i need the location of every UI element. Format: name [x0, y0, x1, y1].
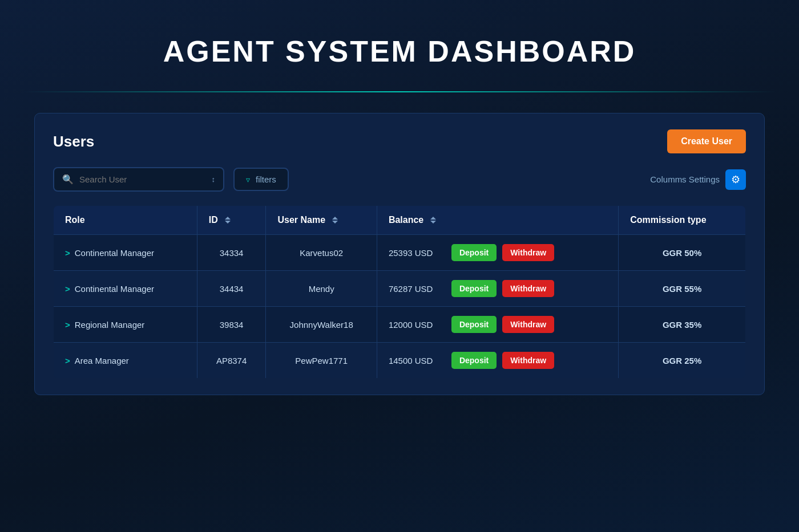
balance-amount-2: 12000 USD	[389, 320, 446, 330]
divider	[23, 91, 776, 92]
col-header-role: Role	[54, 206, 197, 235]
withdraw-button-3[interactable]: Withdraw	[502, 352, 554, 369]
col-header-balance[interactable]: Balance	[377, 206, 618, 235]
create-user-button[interactable]: Create User	[667, 129, 746, 153]
role-value-3: Area Manager	[75, 356, 129, 366]
deposit-button-1[interactable]: Deposit	[451, 280, 497, 297]
cell-balance-2: 12000 USD Deposit Withdraw	[377, 307, 618, 343]
page-title: AGENT SYSTEM DASHBOARD	[163, 34, 636, 68]
username-sort-icon	[332, 217, 338, 224]
id-sort-icon	[225, 217, 231, 224]
filters-label: filters	[256, 174, 276, 184]
col-header-commission: Commission type	[619, 206, 746, 235]
cell-id-0: 34334	[197, 235, 266, 271]
search-input[interactable]	[79, 174, 206, 184]
table-header-row: Role ID User Name	[54, 206, 746, 235]
cell-id-2: 39834	[197, 307, 266, 343]
col-header-username[interactable]: User Name	[266, 206, 377, 235]
gear-icon: ⚙	[731, 173, 740, 186]
cell-role-0: > Continental Manager	[54, 235, 197, 271]
deposit-button-2[interactable]: Deposit	[451, 316, 497, 333]
search-icon: 🔍	[62, 174, 74, 185]
withdraw-button-0[interactable]: Withdraw	[502, 244, 554, 261]
role-value-2: Regional Manager	[75, 320, 145, 330]
columns-settings-label: Columms Settings	[650, 174, 720, 184]
cell-commission-1: GGR 55%	[619, 271, 746, 307]
table-row: > Regional Manager 39834 JohnnyWalker18 …	[54, 307, 746, 343]
cell-username-1: Mendy	[266, 271, 377, 307]
withdraw-button-2[interactable]: Withdraw	[502, 316, 554, 333]
cell-commission-0: GGR 50%	[619, 235, 746, 271]
cell-role-3: > Area Manager	[54, 343, 197, 379]
cell-balance-3: 14500 USD Deposit Withdraw	[377, 343, 618, 379]
page-wrapper: AGENT SYSTEM DASHBOARD Users Create User…	[0, 0, 799, 532]
users-panel: Users Create User 🔍 ↕ ▿ filters Columms …	[34, 113, 765, 395]
table-body: > Continental Manager 34334 Karvetus02 2…	[54, 235, 746, 379]
panel-header: Users Create User	[53, 129, 746, 153]
filter-icon: ▿	[246, 175, 250, 184]
filters-button[interactable]: ▿ filters	[233, 168, 289, 191]
columns-settings[interactable]: Columms Settings ⚙	[650, 169, 746, 190]
cell-role-1: > Continental Manager	[54, 271, 197, 307]
cell-username-3: PewPew1771	[266, 343, 377, 379]
col-header-id[interactable]: ID	[197, 206, 266, 235]
col-role-label: Role	[65, 215, 85, 225]
balance-amount-1: 76287 USD	[389, 284, 446, 294]
cell-balance-1: 76287 USD Deposit Withdraw	[377, 271, 618, 307]
toolbar: 🔍 ↕ ▿ filters Columms Settings ⚙	[53, 167, 746, 192]
table-row: > Area Manager AP8374 PewPew1771 14500 U…	[54, 343, 746, 379]
panel-title: Users	[53, 133, 94, 151]
balance-amount-3: 14500 USD	[389, 356, 446, 366]
cell-role-2: > Regional Manager	[54, 307, 197, 343]
cell-username-2: JohnnyWalker18	[266, 307, 377, 343]
withdraw-button-1[interactable]: Withdraw	[502, 280, 554, 297]
cell-id-3: AP8374	[197, 343, 266, 379]
cell-commission-2: GGR 35%	[619, 307, 746, 343]
search-box: 🔍 ↕	[53, 167, 224, 192]
balance-sort-icon	[430, 217, 436, 224]
col-balance-label: Balance	[389, 215, 423, 225]
row-chevron-3: >	[65, 356, 70, 366]
col-username-label: User Name	[277, 215, 325, 225]
cell-username-0: Karvetus02	[266, 235, 377, 271]
row-chevron-0: >	[65, 248, 70, 258]
users-table: Role ID User Name	[53, 205, 746, 379]
row-chevron-1: >	[65, 284, 70, 294]
gear-button[interactable]: ⚙	[725, 169, 746, 190]
col-id-label: ID	[209, 215, 218, 225]
table-row: > Continental Manager 34434 Mendy 76287 …	[54, 271, 746, 307]
col-commission-label: Commission type	[630, 215, 706, 225]
cell-balance-0: 25393 USD Deposit Withdraw	[377, 235, 618, 271]
balance-amount-0: 25393 USD	[389, 248, 446, 258]
sort-arrows-icon: ↕	[212, 175, 216, 184]
row-chevron-2: >	[65, 320, 70, 330]
cell-id-1: 34434	[197, 271, 266, 307]
deposit-button-3[interactable]: Deposit	[451, 352, 497, 369]
cell-commission-3: GGR 25%	[619, 343, 746, 379]
table-row: > Continental Manager 34334 Karvetus02 2…	[54, 235, 746, 271]
role-value-1: Continental Manager	[75, 284, 154, 294]
role-value-0: Continental Manager	[75, 248, 154, 258]
deposit-button-0[interactable]: Deposit	[451, 244, 497, 261]
